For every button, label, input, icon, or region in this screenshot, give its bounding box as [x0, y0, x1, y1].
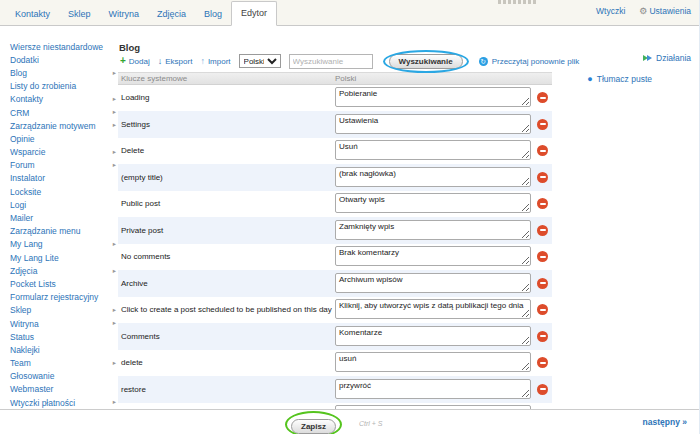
sidebar-item-listy-do-zrobienia[interactable]: Listy do zrobienia — [10, 80, 116, 93]
sidebar-item-logi[interactable]: Logi — [10, 198, 116, 211]
sidebar-item-zdjęcia[interactable]: Zdjęcia▸ — [10, 264, 116, 277]
system-key-label: Private post — [118, 217, 335, 244]
settings-link[interactable]: ⚙Ustawienia — [639, 6, 691, 16]
translation-input[interactable] — [335, 114, 531, 134]
tab-sklep[interactable]: Sklep — [59, 3, 100, 26]
sidebar-item-label: Listy do zrobienia — [10, 81, 76, 91]
tab-edytor[interactable]: Edytor — [231, 1, 277, 26]
translate-empty-link[interactable]: ●Tłumacz puste — [587, 74, 652, 84]
sidebar-item-zarządzanie-menu[interactable]: Zarządzanie menu — [10, 225, 116, 238]
remove-row-button[interactable] — [537, 92, 548, 103]
remove-row-button[interactable] — [537, 304, 548, 315]
sidebar-item-naklejki[interactable]: Naklejki — [10, 343, 116, 356]
sidebar-item-crm[interactable]: CRM▸ — [10, 106, 116, 119]
export-label: Eksport — [165, 57, 192, 66]
translation-input[interactable] — [335, 352, 531, 372]
sidebar-item-formularz-rejestracyjny[interactable]: Formularz rejestracyjny — [10, 291, 116, 304]
sidebar-item-my-lang-lite[interactable]: My Lang Lite — [10, 251, 116, 264]
sidebar-item-webmaster[interactable]: Webmaster — [10, 383, 116, 396]
system-key-label: No comments — [118, 244, 335, 271]
add-label: Dodaj — [129, 57, 150, 66]
save-button[interactable]: Zapisz — [291, 419, 336, 434]
plus-icon: + — [120, 56, 126, 66]
tab-witryna[interactable]: Witryna — [100, 3, 149, 26]
sidebar-item-opinie[interactable]: Opinie — [10, 132, 116, 145]
search-button[interactable]: Wyszukiwanie — [389, 54, 463, 69]
footer-bar: Zapisz Ctrl + S następny » — [0, 409, 699, 434]
translation-input[interactable] — [335, 140, 531, 160]
refresh-icon: ↻ — [479, 57, 488, 66]
add-button[interactable]: +Dodaj — [120, 56, 150, 66]
translation-table: Klucze systemowe Polski LoadingSettingsD… — [118, 72, 552, 410]
language-select[interactable]: Polski — [239, 54, 281, 68]
sidebar-item-wiersze-niestandardowe[interactable]: Wiersze niestandardowe — [10, 40, 116, 53]
sidebar-item-mailer[interactable]: Mailer — [10, 211, 116, 224]
plugins-link[interactable]: Wtyczki — [596, 6, 625, 16]
import-button[interactable]: ↑Import — [200, 57, 230, 66]
translation-input[interactable] — [335, 326, 531, 346]
tab-kontakty[interactable]: Kontakty — [6, 3, 59, 26]
sidebar-item-wsparcie[interactable]: Wsparcie▸ — [10, 146, 116, 159]
sidebar-item-label: Mailer — [10, 213, 33, 223]
sidebar-item-team[interactable]: Team▸ — [10, 357, 116, 370]
remove-row-button[interactable] — [537, 225, 548, 236]
sidebar-item-pocket-lists[interactable]: Pocket Lists — [10, 277, 116, 290]
tab-blog[interactable]: Blog — [195, 3, 231, 26]
remove-row-button[interactable] — [537, 172, 548, 183]
translation-input[interactable] — [335, 193, 531, 213]
sidebar-item-zarządzanie-motywem[interactable]: Zarządzanie motywem▸ — [10, 119, 116, 132]
sidebar-item-my-lang[interactable]: My Lang▸ — [10, 238, 116, 251]
sidebar-item-kontakty[interactable]: Kontakty▸ — [10, 93, 116, 106]
search-input[interactable] — [289, 54, 373, 69]
remove-row-button[interactable] — [537, 357, 548, 368]
sidebar-item-blog[interactable]: Blog▸ — [10, 66, 116, 79]
sidebar-item-forum[interactable]: Forum▸ — [10, 159, 116, 172]
sidebar-item-głosowanie[interactable]: Głosowanie — [10, 370, 116, 383]
sidebar-item-witryna[interactable]: Witryna▸ — [10, 317, 116, 330]
system-key-label: delete — [118, 350, 335, 377]
translation-input[interactable] — [335, 220, 531, 240]
actions-link[interactable]: Działania — [643, 53, 691, 63]
export-button[interactable]: ↓Eksport — [158, 57, 193, 66]
reload-file-link[interactable]: ↻Przeczytaj ponownie plik — [479, 57, 580, 66]
translation-input[interactable] — [335, 273, 531, 293]
top-nav-bar: KontaktySklepWitrynaZdjęciaBlogEdytor Wt… — [0, 0, 699, 26]
topbar-right: Wtyczki ⚙Ustawienia — [596, 6, 691, 16]
sidebar-item-label: Logi — [10, 200, 26, 210]
system-key-label: Comments — [118, 323, 335, 350]
submenu-arrow-icon: ▸ — [113, 320, 116, 327]
table-row: delete — [118, 350, 552, 377]
sidebar-item-label: Wsparcie — [10, 147, 45, 157]
remove-row-button[interactable] — [537, 251, 548, 262]
translation-input[interactable] — [335, 379, 531, 399]
sidebar-item-label: Pocket Lists — [10, 279, 56, 289]
translation-input[interactable] — [335, 246, 531, 266]
remove-row-button[interactable] — [537, 145, 548, 156]
tab-zdjęcia[interactable]: Zdjęcia — [148, 3, 195, 26]
sidebar-item-locksite[interactable]: Locksite — [10, 185, 116, 198]
sidebar-item-label: Zarządzanie menu — [10, 226, 80, 236]
sidebar-item-label: Webmaster — [10, 384, 53, 394]
submenu-arrow-icon: ▸ — [113, 109, 116, 116]
remove-row-button[interactable] — [537, 384, 548, 395]
table-header: Klucze systemowe Polski — [118, 72, 552, 85]
sidebar-item-status[interactable]: Status — [10, 330, 116, 343]
table-row: Delete — [118, 138, 552, 165]
translation-input[interactable] — [335, 87, 531, 107]
sidebar-item-instalator[interactable]: Instalator — [10, 172, 116, 185]
remove-row-button[interactable] — [537, 331, 548, 342]
translation-input[interactable] — [335, 167, 531, 187]
table-row: Public post — [118, 191, 552, 218]
sidebar-item-wtyczki-płatności[interactable]: Wtyczki płatności▸ — [10, 396, 116, 409]
submenu-arrow-icon: ▸ — [113, 149, 116, 156]
submenu-arrow-icon: ▸ — [113, 96, 116, 103]
sidebar-item-sklep[interactable]: Sklep▸ — [10, 304, 116, 317]
table-row: restore — [118, 376, 552, 403]
translation-input[interactable] — [335, 299, 531, 319]
sidebar-item-dodatki[interactable]: Dodatki — [10, 53, 116, 66]
translation-cell — [335, 85, 548, 112]
remove-row-button[interactable] — [537, 119, 548, 130]
remove-row-button[interactable] — [537, 278, 548, 289]
next-page-link[interactable]: następny » — [643, 417, 687, 427]
remove-row-button[interactable] — [537, 198, 548, 209]
